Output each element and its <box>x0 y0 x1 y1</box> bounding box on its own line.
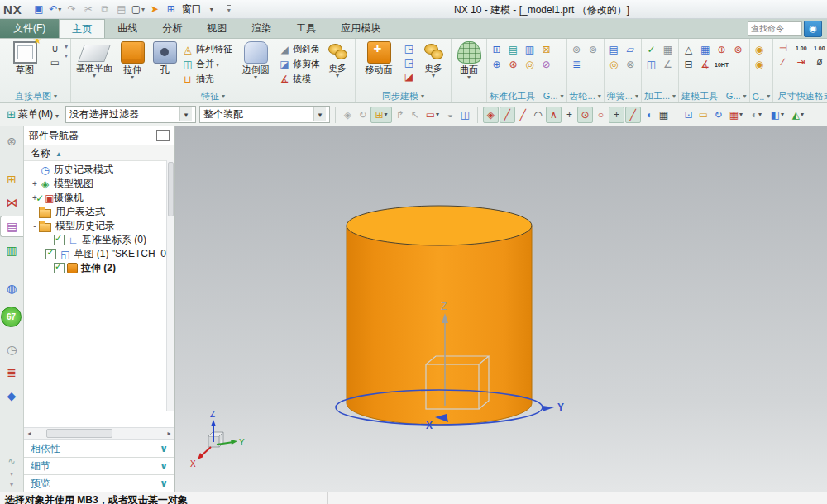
tolerance-stamp-icon[interactable]: 10HT <box>715 58 729 71</box>
move-face-button[interactable]: 移动面 <box>358 40 399 75</box>
blank-stamp-icon[interactable]: ▦ <box>661 43 675 56</box>
selection-filter-dropdown[interactable]: 没有选择过滤器 <box>65 106 196 123</box>
ribbon-tab[interactable]: 渲染 <box>239 19 284 38</box>
cube-select-icon[interactable]: ◫ <box>458 107 472 122</box>
bevel-gear-icon[interactable]: ⊚ <box>586 43 600 56</box>
chevron-down-icon[interactable]: ▾ <box>10 481 13 488</box>
copy-icon[interactable]: ⧉ <box>98 2 112 17</box>
chevron-down-icon[interactable]: ▾ <box>10 470 13 478</box>
draft-button[interactable]: 拔模 <box>279 72 320 86</box>
replace-face-icon[interactable]: ◲ <box>402 56 416 69</box>
transform-icon[interactable]: ◈ <box>341 107 355 122</box>
fit-window-icon[interactable]: ⊡ <box>681 107 696 122</box>
fixture-icon[interactable]: ◫ <box>644 58 658 71</box>
gc-toolbox-alt-icon[interactable]: ◉ <box>753 58 767 71</box>
orient-view-icon[interactable]: ◧ <box>767 107 787 122</box>
menu-button[interactable]: 菜单(M) <box>3 106 62 123</box>
orient-icon[interactable]: ↻ <box>356 107 370 122</box>
reuse-library-icon[interactable]: ▥ <box>2 240 22 260</box>
slash-dim-icon[interactable]: ∕ <box>776 55 790 69</box>
select-arrow-icon[interactable]: ↖ <box>408 107 422 122</box>
tree-item[interactable]: - 模型历史记录 <box>24 219 174 233</box>
sphere-select-icon[interactable]: ◒ <box>443 107 457 122</box>
scroll-left-icon[interactable]: ◂ <box>24 430 35 437</box>
vertical-scrollbar[interactable] <box>166 160 174 411</box>
balloon-cluster-icon[interactable]: ⊚ <box>731 43 745 56</box>
expand-toggle[interactable]: - <box>31 221 39 231</box>
target-dim-icon[interactable]: ⊕ <box>715 43 729 56</box>
expand-toggle[interactable]: + <box>31 179 39 188</box>
chevron-down-icon[interactable] <box>65 42 68 50</box>
navigator-section-header[interactable]: 预览 <box>24 474 174 492</box>
horizontal-scrollbar[interactable]: ◂ ▸ <box>24 427 174 440</box>
checkbox[interactable] <box>54 263 65 273</box>
tangent-snap-icon[interactable]: ╱ <box>625 107 641 123</box>
std-bolt-icon[interactable]: ⊕ <box>490 58 504 71</box>
chamfer-button[interactable]: 倒斜角 <box>279 42 320 56</box>
layer-settings-icon[interactable]: ▦ <box>726 107 746 122</box>
tree-item[interactable]: 拉伸 (2) <box>24 261 174 275</box>
up-arrow-icon[interactable]: ↱ <box>393 107 407 122</box>
angle-dim-icon[interactable]: ∡ <box>698 58 712 71</box>
checkbox[interactable] <box>54 235 65 245</box>
chevron-down-icon[interactable] <box>254 75 257 81</box>
save-icon[interactable]: ▣ <box>31 2 46 17</box>
chevron-down-icon[interactable] <box>432 74 435 79</box>
rack-icon[interactable]: ≣ <box>570 58 584 71</box>
std-fastener-icon[interactable]: ⊛ <box>506 58 520 71</box>
chevron-down-icon[interactable] <box>131 75 134 81</box>
tree-item[interactable]: ◱ 草图 (1) "SKETCH_0... <box>24 247 174 261</box>
polyline-snap-icon[interactable]: ∧ <box>546 107 562 123</box>
tree-item[interactable]: + ◈ 模型视图 <box>24 177 174 191</box>
hole-button[interactable]: 孔 <box>150 40 179 75</box>
cylinder-top-face[interactable] <box>347 206 532 245</box>
color-palette-icon[interactable]: ≣ <box>2 363 22 383</box>
diameter-icon[interactable]: ø <box>812 55 826 69</box>
midpoint-snap-icon[interactable]: ╱ <box>516 107 530 122</box>
delete-face-icon[interactable]: ◪ <box>402 70 416 83</box>
chevron-down-icon[interactable] <box>160 443 168 454</box>
tool-angle-icon[interactable]: ∠ <box>661 58 675 71</box>
ribbon-tab[interactable]: 主页 <box>59 19 105 38</box>
show-hide-icon[interactable]: ◭ <box>788 107 808 122</box>
tree-item[interactable]: ◷ 历史记录模式 <box>24 163 174 177</box>
redo-icon[interactable]: ↷ <box>65 2 79 17</box>
tab-file[interactable]: 文件(F) <box>0 19 59 38</box>
grid-snap-icon[interactable]: ▦ <box>657 107 671 122</box>
scrollbar-thumb[interactable] <box>168 162 174 216</box>
surface-button[interactable]: 曲面 <box>454 40 484 81</box>
minimize-ribbon-icon[interactable] <box>222 2 237 17</box>
leader-dim-icon[interactable]: ⇥ <box>794 55 808 69</box>
constraint-navigator-icon[interactable]: ⋈ <box>2 193 22 212</box>
command-finder-icon[interactable]: ◉ <box>804 21 822 37</box>
chevron-down-icon[interactable] <box>160 460 168 472</box>
paste-icon[interactable]: ▤ <box>114 2 129 17</box>
arc-center-snap-icon[interactable]: ⊙ <box>577 107 593 123</box>
note-box-icon[interactable]: ⊟ <box>681 58 696 71</box>
chevron-down-icon[interactable] <box>336 74 339 79</box>
curve-snap-icon[interactable]: ◠ <box>531 107 545 122</box>
chevron-down-icon[interactable] <box>313 107 326 121</box>
std-replace-icon[interactable]: ▤ <box>506 43 520 56</box>
rectangle-icon[interactable]: ▭ <box>48 56 62 69</box>
chevron-down-icon[interactable] <box>467 75 471 81</box>
triangle-symbol-icon[interactable]: △ <box>681 43 696 56</box>
selection-scope-dropdown[interactable]: 整个装配 <box>199 106 330 123</box>
face-snap-icon[interactable]: ◖ <box>642 107 656 122</box>
format-dim-icon[interactable]: ⊣ <box>776 41 790 55</box>
scrollbar-thumb[interactable] <box>46 429 112 438</box>
undo-icon[interactable]: ↶ <box>48 2 63 17</box>
shell-button[interactable]: 抽壳 <box>182 72 232 86</box>
snap-point-settings-icon[interactable]: ◈ <box>483 107 499 123</box>
gear-icon[interactable]: ⊛ <box>2 131 22 151</box>
rotate-view-icon[interactable]: ↻ <box>711 107 725 122</box>
extrude-button[interactable]: 拉伸 <box>117 40 147 81</box>
lasso-icon[interactable]: ▭ <box>423 107 442 122</box>
offset-region-icon[interactable]: ◳ <box>402 42 416 55</box>
chevron-down-icon[interactable] <box>204 2 219 17</box>
tree-item[interactable]: + ▣ 摄像机 <box>24 191 174 205</box>
roles-icon[interactable]: ◆ <box>2 386 22 406</box>
ribbon-tab[interactable]: 工具 <box>284 19 328 38</box>
history-icon[interactable]: ◷ <box>2 340 22 359</box>
touch-mode-icon[interactable]: ➤ <box>147 2 162 17</box>
